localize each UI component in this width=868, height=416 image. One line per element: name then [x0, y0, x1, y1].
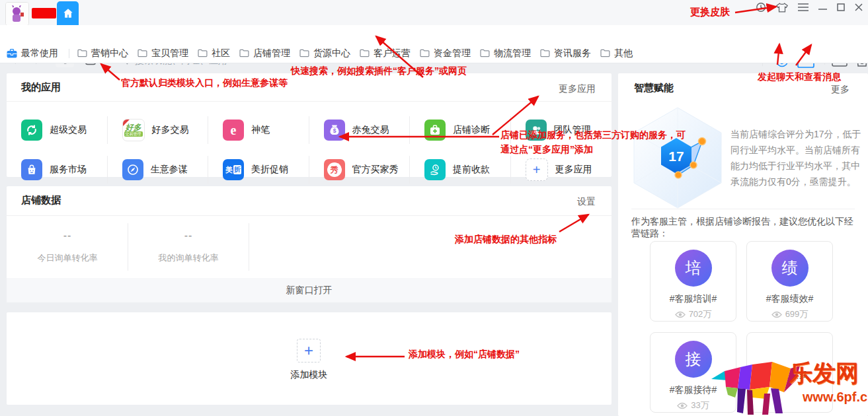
- app-label: 店铺诊断: [453, 124, 490, 136]
- views-count: 33万: [691, 399, 709, 411]
- folder-icon: [239, 49, 249, 57]
- app-chitu-trade[interactable]: $ 赤兔交易: [309, 110, 411, 150]
- redacted-account-name: [32, 8, 56, 18]
- app-sycm[interactable]: 生意参谋: [108, 150, 209, 190]
- app-label: 好多交易: [152, 124, 189, 136]
- metric-my-inquiry-rate: -- 我的询单转化率: [139, 230, 238, 264]
- annotation-services-line1: 店铺已添加服务，包括第三方订购的服务，可: [500, 129, 686, 141]
- menu-item-label: 物流管理: [494, 48, 531, 59]
- shop-score-summary: 当前店铺综合评分为17分，低于同行业平均水平。当前店铺所有能力均低于行业平均水平…: [730, 126, 863, 190]
- tab-strip: [0, 0, 868, 25]
- app-early-payment[interactable]: 提前收款: [410, 150, 511, 190]
- plus-icon: +: [304, 341, 313, 360]
- topic-circle-icon: 接: [675, 341, 712, 378]
- xiu-badge-icon: 秀: [324, 159, 345, 180]
- folder-icon: [138, 49, 147, 57]
- menu-icon[interactable]: [798, 3, 809, 11]
- menu-item-supply[interactable]: 货源中心: [299, 48, 350, 59]
- haoduo-logo-icon: 好多 交易管理: [122, 119, 145, 141]
- minimize-icon[interactable]: [818, 3, 827, 11]
- tshirt-skin-icon[interactable]: [776, 3, 788, 13]
- compass-icon: [122, 159, 143, 180]
- menu-item-news[interactable]: 资讯服务: [540, 48, 591, 59]
- menu-item-funds[interactable]: 资金管理: [420, 48, 471, 59]
- app-label: 赤兔交易: [352, 124, 389, 136]
- close-icon[interactable]: [855, 3, 863, 11]
- views-count: 699万: [785, 308, 809, 320]
- plus-icon: +: [526, 158, 548, 181]
- app-meizhe-promo[interactable]: 美 折 美折促销: [208, 150, 309, 190]
- menu-item-marketing[interactable]: 营销中心: [77, 48, 128, 59]
- radar-dot: [675, 172, 682, 178]
- add-module-button[interactable]: +: [297, 339, 321, 363]
- menu-item-frequent[interactable]: 最常使用: [7, 48, 58, 59]
- metric-divider: [128, 223, 128, 271]
- app-label: 官方买家秀: [352, 164, 399, 176]
- app-add-more[interactable]: + 更多应用: [511, 150, 612, 190]
- menu-item-label: 货源中心: [313, 48, 350, 59]
- menu-item-customer[interactable]: 客户运营: [360, 48, 411, 59]
- app-shop-diagnosis[interactable]: 店铺诊断: [410, 110, 511, 150]
- folder-icon: [360, 49, 370, 57]
- folder-icon: [600, 49, 610, 57]
- annotation-services-line2: 通过点“更多应用”添加: [500, 144, 593, 156]
- annotation-chat: 发起聊天和查看消息: [758, 71, 841, 83]
- topic-tag: #客服接待#: [651, 384, 736, 396]
- folder-icon: [420, 49, 430, 57]
- views-count: 702万: [689, 308, 712, 320]
- topic-circle-icon: 培: [675, 250, 712, 287]
- eye-icon: [771, 311, 782, 318]
- menu-divider: [69, 49, 69, 58]
- folder-icon: [540, 49, 550, 57]
- navigation-bar: 1: [0, 25, 868, 44]
- eye-icon: [677, 402, 688, 409]
- svg-text:$: $: [333, 127, 336, 134]
- annotation-quick-search: 快速搜索，例如搜索插件“客户服务”或网页: [291, 65, 467, 77]
- topic-card-performance[interactable]: 绩 #客服绩效# 699万: [746, 241, 833, 322]
- menu-item-other[interactable]: 其他: [600, 48, 633, 59]
- user-avatar[interactable]: [5, 2, 29, 26]
- clock-icon[interactable]: [756, 2, 766, 13]
- menu-item-shop-mgmt[interactable]: 店铺管理: [239, 48, 290, 59]
- topic-card-training[interactable]: 培 #客服培训# 702万: [650, 241, 736, 322]
- maximize-icon[interactable]: [837, 3, 845, 11]
- menu-item-label: 资讯服务: [554, 48, 591, 59]
- app-label: 服务市场: [50, 164, 87, 176]
- folder-icon: [198, 49, 208, 57]
- add-module-label: 添加模块: [7, 369, 612, 381]
- app-service-market[interactable]: 服务市场: [7, 150, 108, 190]
- topic-views: 33万: [651, 399, 736, 411]
- view-more-card[interactable]: 查看更多: [746, 332, 833, 413]
- smart-more-link[interactable]: 更多: [831, 84, 849, 96]
- app-label: 生意参谋: [151, 164, 188, 176]
- menu-item-label: 资金管理: [434, 48, 471, 59]
- annotation-shop-data-settings: 添加店铺数据的其他指标: [455, 234, 557, 246]
- meizhe-logo-icon: 美 折: [223, 159, 244, 180]
- metric-divider: [249, 223, 249, 271]
- divider: [7, 215, 612, 216]
- shop-score-value: 17: [668, 149, 684, 164]
- qianniu-workbench-window: 1 最常使用 营销中心 宝贝管理 社区 店铺管理 货源中心 客户运营 资金管理 …: [0, 0, 868, 416]
- open-new-window-button[interactable]: 新窗口打开: [7, 278, 612, 302]
- home-tab[interactable]: [57, 1, 79, 25]
- topic-circle-icon: 绩: [771, 250, 809, 287]
- topic-card-reception[interactable]: 接 #客服接待# 33万: [650, 332, 736, 413]
- category-menu-bar: 最常使用 营销中心 宝贝管理 社区 店铺管理 货源中心 客户运营 资金管理 物流…: [0, 44, 868, 63]
- divider: [631, 209, 855, 209]
- home-icon: [62, 7, 74, 19]
- menu-item-label: 客户运营: [374, 48, 411, 59]
- menu-item-logistics[interactable]: 物流管理: [480, 48, 531, 59]
- app-shenbi[interactable]: e 神笔: [208, 110, 309, 150]
- app-super-trade[interactable]: 超级交易: [7, 110, 108, 150]
- menu-item-items[interactable]: 宝贝管理: [138, 48, 188, 59]
- menu-item-label: 最常使用: [21, 48, 58, 59]
- annotation-add-module: 添加模块，例如“店铺数据”: [409, 349, 520, 361]
- shop-data-settings-link[interactable]: 设置: [577, 196, 596, 208]
- more-apps-link[interactable]: 更多应用: [559, 83, 596, 95]
- medkit-icon: [424, 120, 446, 141]
- app-buyer-show[interactable]: 秀 官方买家秀: [309, 150, 411, 190]
- my-apps-title: 我的应用: [21, 81, 61, 94]
- menu-item-label: 店铺管理: [253, 48, 290, 59]
- app-haoduo-trade[interactable]: 好多 交易管理 好多交易: [108, 110, 209, 150]
- menu-item-community[interactable]: 社区: [198, 48, 230, 59]
